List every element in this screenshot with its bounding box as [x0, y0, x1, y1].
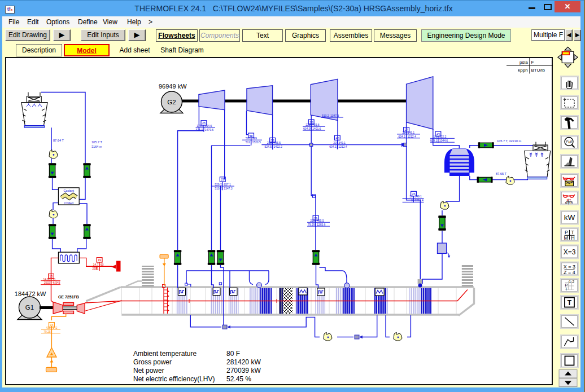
- svg-text:1347.3: 1347.3: [224, 187, 233, 190]
- svg-text:225: 225: [267, 141, 272, 144]
- svg-text:kpph: kpph: [518, 68, 527, 73]
- svg-text:755.6: 755.6: [312, 123, 320, 126]
- svg-text:604.9: 604.9: [303, 127, 311, 130]
- svg-text:524.5: 524.5: [264, 145, 272, 148]
- svg-text:M: M: [564, 235, 569, 241]
- svg-text:80 F: 80 F: [226, 350, 240, 358]
- svg-text:Chilled: Chilled: [64, 201, 73, 205]
- svg-text:Gross power: Gross power: [133, 358, 172, 366]
- svg-text:GE 7251FB: GE 7251FB: [58, 295, 79, 299]
- svg-text:psia: psia: [519, 60, 528, 65]
- svg-text:349.1: 349.1: [408, 131, 415, 134]
- svg-text:-6.543: -6.543: [52, 281, 60, 284]
- svg-text:Ambient temperature: Ambient temperature: [133, 350, 197, 358]
- svg-text:657.1: 657.1: [224, 183, 231, 186]
- svg-text:14.66: 14.66: [43, 278, 50, 281]
- svg-text:1422.2: 1422.2: [274, 145, 283, 148]
- svg-text:604.1: 604.1: [398, 135, 405, 138]
- svg-text:60: 60: [101, 263, 104, 266]
- svg-text:T: T: [567, 299, 572, 307]
- svg-text:604.1: 604.1: [329, 145, 337, 148]
- svg-text:H: H: [571, 235, 575, 241]
- svg-text:kW: kW: [564, 213, 575, 222]
- svg-text:G2: G2: [167, 99, 176, 105]
- svg-text:96949 kW: 96949 kW: [159, 83, 187, 90]
- svg-text:20: 20: [333, 141, 337, 144]
- svg-text:349.1: 349.1: [338, 141, 346, 144]
- svg-text:609.1: 609.1: [430, 139, 438, 142]
- svg-text:999: 999: [252, 136, 257, 140]
- svg-text:1401.6: 1401.6: [312, 127, 321, 130]
- svg-text:3164 m: 3164 m: [91, 145, 102, 148]
- svg-text:Full: Full: [566, 140, 572, 144]
- svg-text:50: 50: [52, 278, 55, 281]
- svg-text:495.5: 495.5: [317, 219, 324, 222]
- svg-text:105.7 T, 32210 m: 105.7 T, 32210 m: [497, 139, 521, 143]
- svg-text:512: 512: [246, 140, 251, 144]
- svg-text:30: 30: [409, 195, 413, 198]
- svg-text:14.7: 14.7: [93, 263, 99, 266]
- svg-text:0: 0: [411, 199, 413, 202]
- svg-text:1212.4: 1212.4: [408, 135, 417, 138]
- svg-text:Z = 4: Z = 4: [564, 270, 575, 275]
- svg-text:1479.6: 1479.6: [205, 128, 214, 131]
- svg-text:79.59: 79.59: [308, 223, 315, 226]
- svg-text:X=3: X=3: [564, 248, 576, 256]
- svg-text:795.5: 795.5: [274, 141, 281, 144]
- svg-text:29: 29: [221, 178, 224, 181]
- svg-text:BTU/lb: BTU/lb: [531, 68, 545, 73]
- svg-text:510.2: 510.2: [322, 114, 329, 117]
- svg-text:529.2: 529.2: [215, 183, 222, 186]
- svg-text:2: 2: [573, 280, 575, 284]
- svg-text:122.2: 122.2: [439, 135, 447, 138]
- svg-text:87.65 T: 87.65 T: [496, 172, 507, 175]
- svg-text:281420 kW: 281420 kW: [226, 358, 261, 366]
- svg-text:2532: 2532: [44, 281, 50, 284]
- svg-text:Net power: Net power: [133, 367, 164, 375]
- svg-text:225: 225: [310, 219, 315, 222]
- svg-text:1347.3: 1347.3: [330, 114, 339, 117]
- svg-text:435: 435: [46, 326, 51, 329]
- svg-text:1212.4: 1212.4: [338, 145, 347, 148]
- svg-text:19: 19: [98, 258, 101, 262]
- svg-text:105.7 T: 105.7 T: [91, 140, 102, 144]
- svg-text:T: T: [571, 230, 574, 235]
- svg-text:79.25: 79.25: [43, 330, 51, 333]
- svg-text:1.8: 1.8: [433, 135, 437, 138]
- svg-text:87.64 T: 87.64 T: [53, 139, 64, 142]
- svg-text:142: 142: [53, 326, 58, 329]
- svg-text:52.45 %: 52.45 %: [226, 375, 251, 383]
- svg-text:1265.6: 1265.6: [317, 223, 326, 226]
- svg-text:270039 kW: 270039 kW: [226, 367, 261, 375]
- svg-text:T: T: [565, 287, 568, 292]
- svg-text:20: 20: [402, 131, 405, 134]
- svg-text:G1: G1: [25, 304, 34, 311]
- svg-text:349.1: 349.1: [414, 195, 422, 198]
- svg-text:P: P: [565, 230, 568, 235]
- svg-text:994.6: 994.6: [205, 124, 212, 127]
- svg-text:1: 1: [569, 280, 571, 284]
- svg-text:184472 kW: 184472 kW: [15, 290, 46, 297]
- svg-text:1520.5: 1520.5: [252, 140, 261, 144]
- svg-text:1213.4: 1213.4: [414, 199, 424, 202]
- svg-text:2551: 2551: [92, 267, 98, 270]
- svg-text:Coolant: Coolant: [64, 189, 75, 192]
- svg-text:1044.6: 1044.6: [439, 139, 448, 142]
- svg-text:Net electric efficiency(LHV): Net electric efficiency(LHV): [133, 375, 215, 383]
- svg-text:1750: 1750: [197, 124, 203, 127]
- svg-text:500: 500: [246, 136, 251, 140]
- svg-text:225: 225: [305, 123, 311, 126]
- svg-text:510.2: 510.2: [215, 187, 222, 190]
- svg-text:X = 3: X = 3: [564, 264, 575, 270]
- svg-text:40: 40: [335, 136, 339, 140]
- svg-text:F: F: [531, 60, 534, 65]
- svg-text:526.9: 526.9: [196, 128, 203, 131]
